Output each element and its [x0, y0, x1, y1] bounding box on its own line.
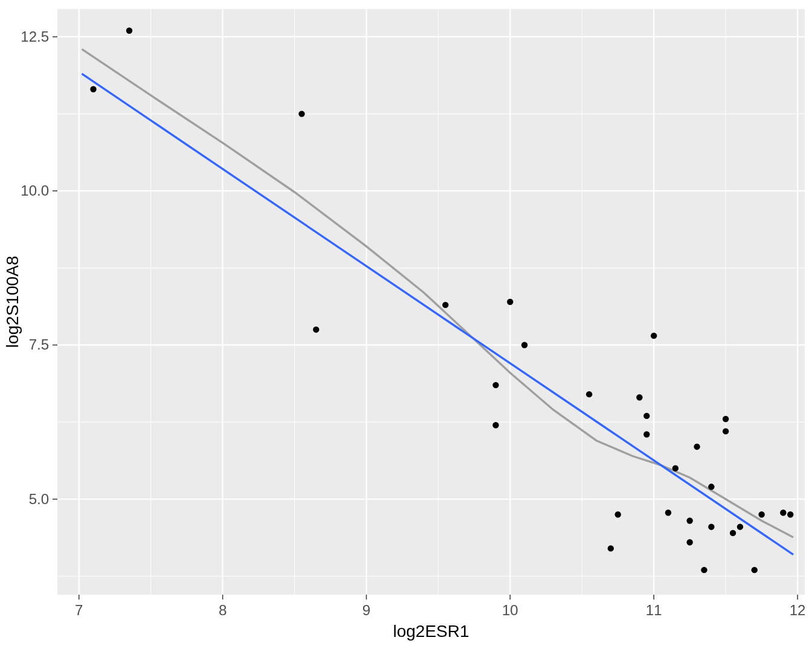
- data-point: [126, 28, 132, 34]
- data-point: [780, 510, 786, 516]
- data-point: [643, 413, 649, 419]
- data-point: [586, 391, 592, 397]
- data-point: [442, 302, 448, 308]
- x-axis-title: log2ESR1: [393, 622, 469, 641]
- data-point: [730, 530, 736, 536]
- data-point: [737, 523, 743, 529]
- data-point: [665, 510, 671, 516]
- x-tick-label: 10: [502, 602, 518, 618]
- plot-panel: [57, 9, 805, 595]
- data-point: [758, 511, 764, 517]
- data-point: [708, 523, 714, 529]
- data-point: [651, 333, 657, 339]
- y-tick-label: 5.0: [29, 491, 49, 507]
- y-axis: 5.07.510.012.5: [21, 28, 57, 507]
- data-point: [90, 86, 96, 92]
- data-point: [686, 539, 692, 545]
- data-point: [672, 465, 678, 471]
- data-point: [708, 484, 714, 490]
- data-point: [608, 545, 614, 551]
- x-tick-label: 9: [362, 602, 370, 618]
- data-point: [492, 382, 498, 388]
- data-point: [636, 394, 642, 400]
- data-point: [701, 567, 707, 573]
- data-point: [298, 110, 304, 117]
- data-point: [521, 342, 527, 348]
- x-axis: 789101112: [75, 595, 805, 618]
- x-tick-label: 7: [75, 602, 83, 618]
- data-point: [723, 428, 729, 434]
- chart-container: 789101112 5.07.510.012.5 log2ESR1 log2S1…: [0, 0, 812, 649]
- scatter-plot: 789101112 5.07.510.012.5 log2ESR1 log2S1…: [0, 0, 812, 649]
- data-point: [723, 416, 729, 422]
- data-point: [492, 422, 498, 428]
- data-point: [694, 444, 700, 450]
- y-tick-label: 7.5: [29, 336, 49, 353]
- data-point: [507, 299, 513, 305]
- data-point: [787, 511, 793, 517]
- data-point: [643, 431, 649, 437]
- y-tick-label: 12.5: [21, 28, 49, 45]
- x-tick-label: 11: [646, 602, 662, 618]
- x-tick-label: 8: [219, 602, 227, 618]
- data-point: [752, 567, 758, 573]
- y-axis-title: log2S100A8: [3, 256, 22, 348]
- y-tick-label: 10.0: [21, 182, 49, 199]
- data-point: [615, 511, 621, 517]
- data-point: [313, 327, 319, 333]
- x-tick-label: 12: [790, 602, 806, 618]
- data-point: [686, 517, 692, 523]
